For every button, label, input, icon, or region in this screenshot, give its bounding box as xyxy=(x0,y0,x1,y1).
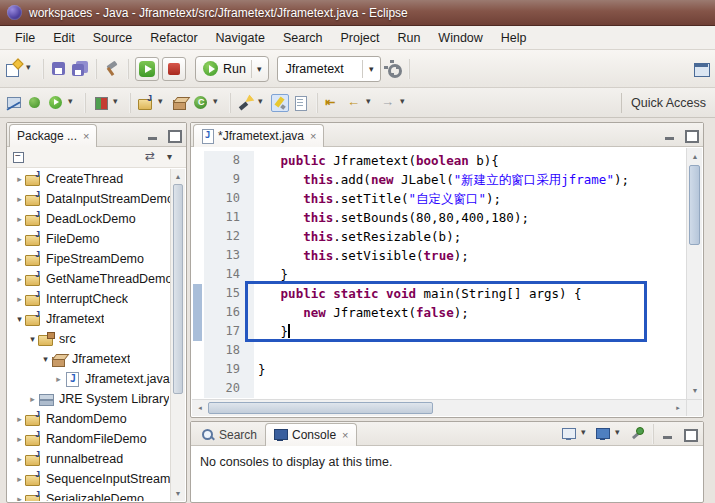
expand-arrow-icon[interactable]: ▸ xyxy=(14,294,25,304)
title-bar[interactable]: workspaces - Java - Jframetext/src/Jfram… xyxy=(0,0,715,26)
display-selected-console-icon[interactable] xyxy=(560,425,578,443)
collapse-all-icon[interactable] xyxy=(11,148,29,166)
expand-arrow-icon[interactable]: ▸ xyxy=(27,394,38,404)
quick-access-label[interactable]: Quick Access xyxy=(631,96,710,110)
new-package-icon[interactable] xyxy=(171,94,189,112)
new-java-project-dropdown-icon[interactable] xyxy=(158,94,168,112)
pin-console-icon[interactable] xyxy=(628,425,646,443)
close-tab-icon[interactable]: × xyxy=(310,130,316,142)
mark-occurrences-icon[interactable] xyxy=(271,94,289,112)
forward-history-dropdown-icon[interactable] xyxy=(400,94,410,112)
new-java-project-icon[interactable] xyxy=(137,94,155,112)
expand-arrow-icon[interactable]: ▸ xyxy=(14,414,25,424)
tree-item-interruptcheck[interactable]: ▸InterruptCheck xyxy=(8,289,170,309)
tree-item-randomdemo[interactable]: ▸RandomDemo xyxy=(8,409,170,429)
tree-item-jframetext-java[interactable]: ▸Jframetext.java xyxy=(8,369,170,389)
tab-search[interactable]: Search xyxy=(193,423,265,446)
run-button[interactable]: Run ▾ xyxy=(195,56,269,82)
code-line-13[interactable]: 13 this.setVisible(true); xyxy=(192,246,686,265)
search-dropdown-icon[interactable] xyxy=(258,94,268,112)
maximize-view-icon[interactable] xyxy=(165,126,183,144)
coverage-dropdown-icon[interactable] xyxy=(113,94,123,112)
code-line-12[interactable]: 12 this.setResizable(b); xyxy=(192,227,686,246)
code-line-18[interactable]: 18 xyxy=(192,341,686,360)
tab-package-explorer[interactable]: Package ... × xyxy=(9,124,97,147)
run-dropdown-icon[interactable]: ▾ xyxy=(257,64,262,74)
code-line-11[interactable]: 11 this.setBounds(80,80,400,180); xyxy=(192,208,686,227)
scroll-down-icon[interactable]: ▼ xyxy=(171,487,185,500)
menu-item-refactor[interactable]: Refactor xyxy=(141,28,206,48)
menu-item-navigate[interactable]: Navigate xyxy=(207,28,274,48)
launch-settings-gear-icon[interactable] xyxy=(384,60,402,78)
package-tree-scrollbar[interactable]: ▲ ▼ xyxy=(170,169,185,501)
minimize-view-icon[interactable] xyxy=(662,126,680,144)
minimize-view-icon[interactable] xyxy=(145,126,163,144)
expand-arrow-icon[interactable]: ▸ xyxy=(14,274,25,284)
menu-item-search[interactable]: Search xyxy=(274,28,332,48)
quick-access-area[interactable]: Quick Access xyxy=(621,88,710,117)
code-line-8[interactable]: 8 public Jframetext(boolean b){ xyxy=(192,151,686,170)
back-history-icon[interactable] xyxy=(345,94,363,112)
editor-horizontal-scrollbar[interactable]: ◂ ▸ xyxy=(192,399,686,416)
tree-item-randomfiledemo[interactable]: ▸RandomFileDemo xyxy=(8,429,170,449)
close-tab-icon[interactable]: × xyxy=(342,429,348,441)
expand-arrow-icon[interactable]: ▸ xyxy=(14,194,25,204)
code-line-19[interactable]: 19} xyxy=(192,360,686,379)
new-wizard-dropdown-icon[interactable] xyxy=(26,60,36,78)
java-perspective-icon[interactable] xyxy=(692,60,710,78)
run-history-icon[interactable] xyxy=(47,94,65,112)
save-icon[interactable] xyxy=(50,60,68,78)
run-history-dropdown-icon[interactable] xyxy=(68,94,78,112)
scroll-up-icon[interactable]: ▲ xyxy=(171,170,185,183)
editor-body[interactable]: 8 public Jframetext(boolean b){9 this.ad… xyxy=(192,148,702,416)
tree-item-fipestreamdemo[interactable]: ▸FipeStreamDemo xyxy=(8,249,170,269)
tree-item-serializabledemo[interactable]: ▸SerializableDemo xyxy=(8,489,170,501)
display-console-dropdown-icon[interactable] xyxy=(581,425,591,443)
collapse-arrow-icon[interactable]: ▾ xyxy=(40,354,51,364)
back-history-dropdown-icon[interactable] xyxy=(366,94,376,112)
code-line-20[interactable]: 20 xyxy=(192,379,686,398)
scroll-up-icon[interactable]: ▲ xyxy=(687,150,703,163)
scrollbar-thumb[interactable] xyxy=(689,165,700,245)
new-class-dropdown-icon[interactable] xyxy=(213,94,223,112)
menu-item-project[interactable]: Project xyxy=(332,28,389,48)
expand-arrow-icon[interactable]: ▸ xyxy=(14,434,25,444)
expand-arrow-icon[interactable]: ▸ xyxy=(14,494,25,501)
collapse-arrow-icon[interactable]: ▾ xyxy=(14,314,25,324)
open-task-icon[interactable] xyxy=(292,94,310,112)
expand-arrow-icon[interactable]: ▸ xyxy=(14,474,25,484)
tree-item-runnalbetread[interactable]: ▸runnalbetread xyxy=(8,449,170,469)
new-class-icon[interactable] xyxy=(192,94,210,112)
tree-item-datainputstreamdemo[interactable]: ▸DataInputStreamDemo xyxy=(8,189,170,209)
save-all-icon[interactable] xyxy=(71,60,89,78)
tree-item-src[interactable]: ▾src xyxy=(8,329,170,349)
code-line-10[interactable]: 10 this.setTitle("自定义窗口"); xyxy=(192,189,686,208)
build-all-icon[interactable] xyxy=(103,60,121,78)
tree-item-sequenceinputstream[interactable]: ▸SequenceInputStream xyxy=(8,469,170,489)
menu-item-file[interactable]: File xyxy=(6,28,44,48)
tab-jframetext-java[interactable]: *Jframetext.java × xyxy=(193,124,324,147)
tree-item-jframetext[interactable]: ▾Jframetext xyxy=(8,309,170,329)
coverage-icon[interactable] xyxy=(92,94,110,112)
launch-config-combo[interactable]: Jframetext ▾ xyxy=(277,56,381,82)
close-tab-icon[interactable]: × xyxy=(83,130,89,142)
tab-console[interactable]: Console × xyxy=(265,423,356,446)
maximize-view-icon[interactable] xyxy=(681,425,699,443)
link-with-editor-icon[interactable] xyxy=(144,148,162,166)
expand-arrow-icon[interactable]: ▸ xyxy=(14,254,25,264)
scroll-left-icon[interactable]: ◂ xyxy=(194,401,206,414)
scroll-right-icon[interactable]: ▸ xyxy=(672,401,684,414)
run-last-launch-icon[interactable] xyxy=(135,57,159,81)
tree-item-deadlockdemo[interactable]: ▸DeadLockDemo xyxy=(8,209,170,229)
debug-last-icon[interactable] xyxy=(26,94,44,112)
editor-vertical-scrollbar[interactable]: ▲ ▼ xyxy=(686,148,702,399)
forward-history-icon[interactable] xyxy=(379,94,397,112)
tree-item-filedemo[interactable]: ▸FileDemo xyxy=(8,229,170,249)
menu-item-window[interactable]: Window xyxy=(429,28,491,48)
last-edit-location-icon[interactable] xyxy=(324,94,342,112)
scrollbar-thumb[interactable] xyxy=(208,402,433,414)
expand-arrow-icon[interactable]: ▸ xyxy=(53,374,64,384)
launch-config-dropdown-icon[interactable]: ▾ xyxy=(369,64,374,74)
scrollbar-th[interactable] xyxy=(173,184,183,394)
menu-item-edit[interactable]: Edit xyxy=(44,28,84,48)
